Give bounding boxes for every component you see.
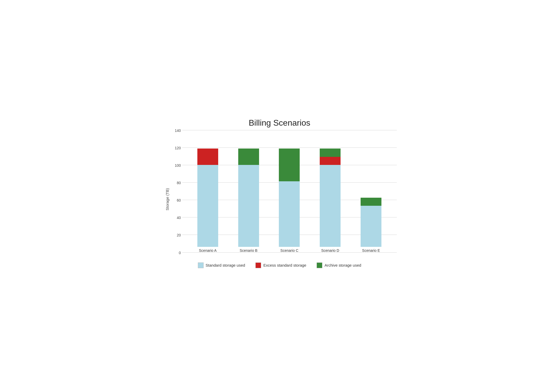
bar-group-scenario-c: Scenario C xyxy=(276,149,302,252)
legend-color-standard xyxy=(198,262,204,268)
bar-archive xyxy=(238,149,259,165)
bar-stack xyxy=(320,149,341,247)
legend-label: Excess standard storage xyxy=(263,263,306,267)
legend-item-excess: Excess standard storage xyxy=(255,262,306,268)
y-tick-label: 100 xyxy=(172,163,181,168)
bar-group-scenario-b: Scenario B xyxy=(236,149,262,252)
bars-area: Scenario AScenario BScenario CScenario D… xyxy=(182,130,397,253)
legend-label: Archive storage used xyxy=(324,263,361,267)
chart-inner: 020406080100120140 Scenario AScenario BS… xyxy=(172,130,397,260)
bar-excess xyxy=(320,157,341,165)
bar-x-label: Scenario A xyxy=(199,248,217,253)
y-tick-label: 140 xyxy=(172,128,181,133)
legend-color-archive xyxy=(317,262,322,268)
bar-standard xyxy=(197,165,218,247)
bar-standard xyxy=(238,165,259,247)
bar-excess xyxy=(197,149,218,165)
y-tick-label: 40 xyxy=(172,216,181,220)
y-tick-label: 60 xyxy=(172,198,181,202)
bar-stack xyxy=(361,198,381,247)
chart-area: Storage (TB) 020406080100120140 Scenario… xyxy=(162,130,397,260)
legend-color-excess xyxy=(255,262,261,268)
chart-title: Billing Scenarios xyxy=(162,115,397,128)
bar-stack xyxy=(197,149,218,247)
plot-area: 020406080100120140 Scenario AScenario BS… xyxy=(172,130,397,260)
bar-group-scenario-e: Scenario E xyxy=(358,198,384,253)
bar-x-label: Scenario C xyxy=(280,248,298,253)
bar-x-label: Scenario D xyxy=(321,248,339,253)
y-tick-label: 20 xyxy=(172,233,181,237)
y-tick-label: 120 xyxy=(172,146,181,150)
legend: Standard storage usedExcess standard sto… xyxy=(162,262,397,271)
y-tick-label: 80 xyxy=(172,181,181,185)
bar-x-label: Scenario B xyxy=(240,248,257,253)
bar-archive xyxy=(320,149,341,157)
y-tick-label: 0 xyxy=(172,251,181,255)
legend-item-standard: Standard storage used xyxy=(198,262,245,268)
bar-group-scenario-d: Scenario D xyxy=(317,149,343,252)
bar-archive xyxy=(279,149,300,181)
bar-stack xyxy=(238,149,259,247)
y-axis-label: Storage (TB) xyxy=(162,130,172,260)
bar-stack xyxy=(279,149,300,247)
legend-item-archive: Archive storage used xyxy=(317,262,361,268)
bar-group-scenario-a: Scenario A xyxy=(195,149,221,252)
legend-label: Standard storage used xyxy=(206,263,245,267)
bar-standard xyxy=(320,165,341,247)
bar-standard xyxy=(279,181,300,247)
bar-x-label: Scenario E xyxy=(362,248,380,253)
bar-archive xyxy=(361,198,381,206)
bar-standard xyxy=(361,206,381,247)
chart-container: Billing Scenarios Storage (TB) 020406080… xyxy=(162,115,397,277)
